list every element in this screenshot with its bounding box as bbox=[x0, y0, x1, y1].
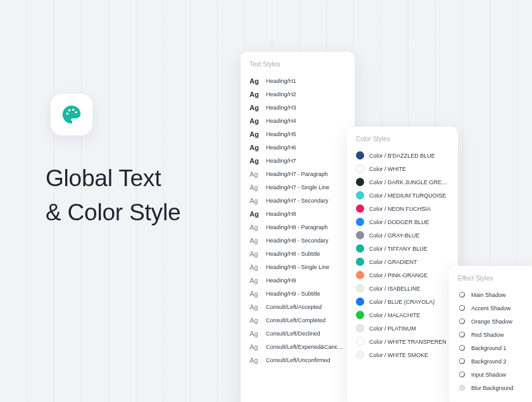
text-style-label: Heading/H8 - Subtitle bbox=[266, 251, 320, 257]
text-style-item[interactable]: AgHeading/H8 - Subtitle bbox=[250, 247, 346, 260]
text-style-item[interactable]: AgHeading/H3 bbox=[250, 101, 346, 114]
type-token-icon: Ag bbox=[250, 277, 261, 284]
color-style-item[interactable]: Color / TIFFANY BLUE bbox=[356, 242, 449, 255]
text-style-item[interactable]: AgHeading/H7 - Paragraph bbox=[250, 167, 346, 180]
text-style-label: Consult/Left/Unconfirmed bbox=[266, 357, 331, 363]
color-style-label: Color / ISABELLINE bbox=[369, 286, 421, 292]
palette-icon bbox=[61, 104, 82, 125]
color-style-item[interactable]: Color / PINK-ORANGE bbox=[356, 268, 449, 282]
color-swatch-icon bbox=[356, 204, 364, 213]
color-styles-panel: Color Styles Color / B'DAZZLED BLUEColor… bbox=[347, 127, 458, 402]
text-style-item[interactable]: AgHeading/H9 - Subtitle bbox=[250, 287, 346, 300]
app-icon-tile bbox=[51, 94, 92, 135]
text-style-item[interactable]: AgHeading/H7 bbox=[250, 154, 346, 167]
color-style-item[interactable]: Color / B'DAZZLED BLUE bbox=[356, 149, 449, 162]
color-style-item[interactable]: Color / NEON FUCHSIA bbox=[356, 202, 449, 215]
type-token-icon: Ag bbox=[250, 237, 261, 244]
color-style-item[interactable]: Color / BLUE (CRAYOLA) bbox=[356, 295, 449, 308]
text-style-label: Heading/H5 bbox=[266, 131, 296, 137]
effect-style-label: Background 1 bbox=[471, 345, 507, 351]
color-swatch-icon bbox=[356, 298, 364, 306]
shadow-icon bbox=[458, 357, 466, 365]
color-style-item[interactable]: Color / DARK JUNGLE GREEN bbox=[356, 175, 449, 189]
text-style-item[interactable]: AgConsult/Left/Accepted bbox=[250, 300, 346, 313]
type-token-icon: Ag bbox=[250, 197, 261, 204]
color-styles-title: Color Styles bbox=[356, 135, 449, 142]
text-style-item[interactable]: AgHeading/H4 bbox=[250, 114, 346, 127]
color-style-item[interactable]: Color / GRAY-BLUE bbox=[356, 229, 449, 242]
color-swatch-icon bbox=[356, 218, 364, 226]
text-style-item[interactable]: AgHeading/H7 - Single Line bbox=[250, 180, 346, 194]
color-swatch-icon bbox=[356, 165, 364, 173]
color-style-item[interactable]: Color / DODGER BLUE bbox=[356, 215, 449, 229]
text-style-item[interactable]: AgConsult/Left/Experied&Canc… bbox=[250, 340, 346, 353]
color-style-item[interactable]: Color / WHITE SMOKE bbox=[356, 348, 449, 361]
color-swatch-icon bbox=[356, 191, 364, 199]
color-swatch-icon bbox=[356, 337, 364, 346]
text-style-item[interactable]: AgConsult/Left/Declined bbox=[250, 327, 346, 340]
blur-icon bbox=[458, 384, 466, 392]
type-token-icon: Ag bbox=[250, 104, 261, 111]
color-style-item[interactable]: Color / WHITE bbox=[356, 162, 449, 175]
color-swatch-icon bbox=[356, 351, 364, 359]
effect-style-item[interactable]: Input Shadow bbox=[458, 368, 529, 381]
shadow-icon bbox=[458, 304, 466, 312]
text-style-label: Heading/H6 bbox=[266, 144, 296, 151]
text-style-item[interactable]: AgConsult/Left/Completed bbox=[250, 313, 346, 327]
color-style-item[interactable]: Color / GRADIENT bbox=[356, 255, 449, 268]
color-style-item[interactable]: Color / PLATINUM bbox=[356, 322, 449, 335]
effect-style-item[interactable]: Main Shadow bbox=[458, 288, 529, 301]
shadow-icon bbox=[458, 317, 466, 325]
color-style-item[interactable]: Color / WHITE TRANSPEREN bbox=[356, 335, 449, 348]
svg-point-0 bbox=[66, 113, 69, 115]
color-style-item[interactable]: Color / ISABELLINE bbox=[356, 282, 449, 295]
text-style-item[interactable]: AgHeading/H8 - Paragraph bbox=[250, 220, 346, 234]
text-style-label: Heading/H7 bbox=[266, 158, 296, 164]
text-style-item[interactable]: AgHeading/H8 - Secondary bbox=[250, 234, 346, 247]
text-style-label: Heading/H2 bbox=[266, 91, 296, 97]
svg-point-12 bbox=[461, 387, 464, 389]
color-swatch-icon bbox=[356, 271, 364, 279]
text-style-item[interactable]: AgHeading/H1 bbox=[250, 74, 346, 87]
color-style-item[interactable]: Color / MEDIUM TURQUOISE bbox=[356, 189, 449, 202]
effect-style-item[interactable]: Background 2 bbox=[458, 355, 529, 368]
effect-style-item[interactable]: Orange Shadow bbox=[458, 315, 529, 328]
color-style-label: Color / BLUE (CRAYOLA) bbox=[369, 299, 434, 305]
text-style-item[interactable]: AgHeading/H8 bbox=[250, 207, 346, 220]
text-style-label: Consult/Left/Experied&Canc… bbox=[266, 344, 343, 350]
text-style-item[interactable]: AgHeading/H2 bbox=[250, 87, 346, 101]
type-token-icon: Ag bbox=[250, 117, 261, 125]
color-swatch-icon bbox=[356, 244, 364, 253]
color-styles-list: Color / B'DAZZLED BLUEColor / WHITEColor… bbox=[356, 149, 449, 361]
type-token-icon: Ag bbox=[250, 210, 261, 218]
color-swatch-icon bbox=[356, 231, 364, 239]
shadow-icon bbox=[458, 370, 466, 379]
color-swatch-icon bbox=[356, 258, 364, 266]
text-style-item[interactable]: AgConsult/Left/Unconfirmed bbox=[250, 353, 346, 367]
effect-style-item[interactable]: Background 1 bbox=[458, 341, 529, 355]
text-style-label: Heading/H8 - Secondary bbox=[266, 237, 329, 244]
text-style-item[interactable]: AgHeading/H5 bbox=[250, 127, 346, 141]
text-style-item[interactable]: AgHeading/H9 bbox=[250, 273, 346, 287]
type-token-icon: Ag bbox=[250, 157, 261, 165]
text-style-item[interactable]: AgHeading/H7 - Secondary bbox=[250, 194, 346, 207]
type-token-icon: Ag bbox=[250, 263, 261, 271]
color-style-label: Color / MALACHITE bbox=[369, 312, 421, 318]
effect-style-item[interactable]: Accent Shadow bbox=[458, 301, 529, 315]
effect-style-item[interactable]: Red Shadow bbox=[458, 328, 529, 341]
type-token-icon: Ag bbox=[250, 77, 261, 85]
color-style-item[interactable]: Color / MALACHITE bbox=[356, 308, 449, 322]
text-style-label: Heading/H7 - Single Line bbox=[266, 184, 329, 191]
type-token-icon: Ag bbox=[250, 184, 261, 191]
type-token-icon: Ag bbox=[250, 91, 261, 98]
text-style-item[interactable]: AgHeading/H6 bbox=[250, 141, 346, 154]
effect-styles-panel: Effect Styles Main ShadowAccent ShadowOr… bbox=[449, 266, 532, 402]
effect-style-item[interactable]: Blur Background bbox=[458, 381, 529, 394]
type-token-icon: Ag bbox=[250, 330, 261, 337]
text-style-item[interactable]: AgHeading/H8 - Single Line bbox=[250, 260, 346, 273]
text-styles-list: AgHeading/H1AgHeading/H2AgHeading/H3AgHe… bbox=[250, 74, 346, 367]
color-swatch-icon bbox=[356, 151, 364, 160]
text-style-label: Heading/H7 - Secondary bbox=[266, 198, 329, 204]
effect-style-label: Red Shadow bbox=[471, 332, 504, 338]
color-style-label: Color / NEON FUCHSIA bbox=[369, 206, 431, 212]
